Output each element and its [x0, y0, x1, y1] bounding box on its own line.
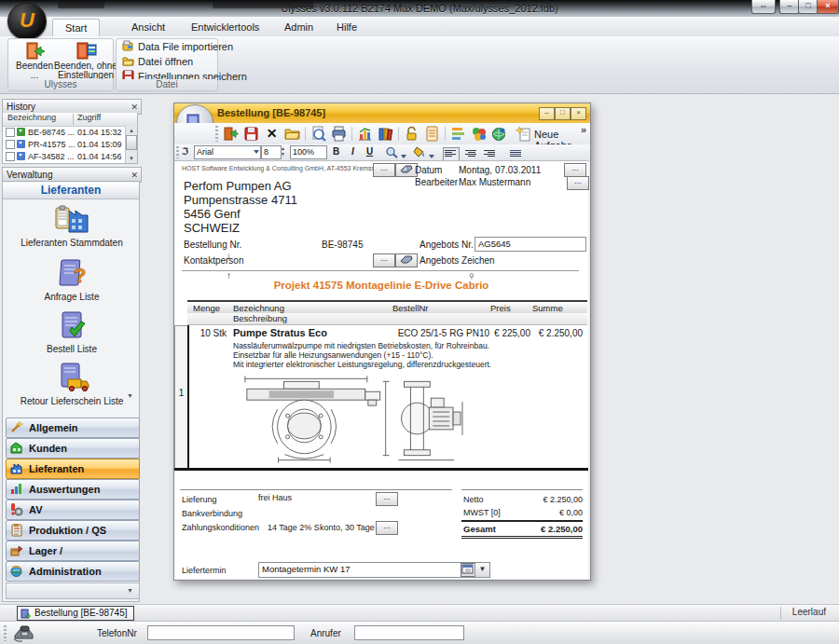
books-icon[interactable] — [378, 126, 393, 142]
item-menge[interactable]: 10 Stk — [191, 328, 227, 338]
bestellung-nr-value[interactable]: BE-98745 — [322, 240, 363, 250]
chart-icon[interactable] — [357, 126, 373, 142]
datum-value[interactable]: Montag, 07.03.2011 — [459, 165, 541, 175]
angebots-nr-input[interactable]: AG5645 — [475, 237, 586, 252]
address-line[interactable]: Perfom Pumpen AG — [184, 179, 292, 193]
shortcut-anfrage-liste[interactable]: ? Anfrage Liste — [3, 256, 139, 305]
nav-lieferanten[interactable]: Lieferanten — [6, 459, 140, 479]
italic-button[interactable]: I — [346, 145, 360, 158]
align-right-icon[interactable] — [482, 147, 499, 161]
bearbeiter-value[interactable]: Max Mustermann — [459, 177, 530, 187]
address-line[interactable]: 5456 Genf — [184, 207, 241, 221]
tab-entwicklertools[interactable]: Entwicklertools — [179, 19, 271, 35]
nav-kunden[interactable]: Kunden — [6, 438, 140, 459]
history-row[interactable]: BE-98745 ... 01.04 15:32 — [3, 126, 137, 138]
item-preis[interactable]: € 225,00 — [488, 328, 530, 338]
beenden-ohne-einstellungen-button[interactable]: Beenden, ohne Einstellungen — [55, 41, 117, 78]
telefonnr-input[interactable] — [147, 625, 295, 640]
item-name[interactable]: Pumpe Stratus Eco — [233, 327, 327, 338]
bold-button[interactable]: B — [329, 145, 343, 158]
save-icon[interactable] — [243, 126, 259, 142]
history-scrollbar[interactable]: ▲ ▼ — [125, 126, 137, 163]
row-number-gutter[interactable]: 1 — [174, 325, 188, 470]
print-preview-icon[interactable] — [310, 126, 326, 142]
app-logo-icon[interactable]: U — [7, 3, 47, 40]
toolbar-overflow-icon[interactable]: » — [581, 124, 586, 135]
history-col-zugriff[interactable]: Zugriff — [77, 113, 101, 122]
lieferung-edit-button[interactable]: ... — [376, 492, 398, 506]
zoom-input[interactable]: 100% — [290, 145, 327, 159]
print-icon[interactable] — [331, 126, 347, 142]
shortcut-retour-lieferschein-liste[interactable]: Retour Lieferschein Liste — [3, 361, 139, 409]
tab-admin[interactable]: Admin — [272, 19, 325, 35]
liefertermin-dropdown-icon[interactable]: ▼ — [475, 562, 490, 578]
item-bestellnr[interactable]: ECO 25/1-5 RG PN10 — [389, 328, 489, 338]
format-grip[interactable] — [176, 146, 179, 158]
fill-color-icon[interactable] — [413, 146, 426, 158]
project-title[interactable]: Projekt 41575 Montagelinie E-Drive Cabri… — [174, 280, 588, 291]
sort-bars-icon[interactable] — [450, 126, 466, 142]
datei-oeffnen-button[interactable]: Datei öffnen — [122, 55, 193, 69]
new-task-icon[interactable] — [516, 126, 531, 142]
anrufer-input[interactable] — [354, 625, 464, 640]
doc-maximize-icon[interactable]: □ — [555, 107, 571, 120]
history-row[interactable]: PR-41575 ... 01.04 15:09 — [3, 138, 137, 150]
liefertermin-input[interactable]: Montagetermin KW 17 — [258, 562, 478, 578]
tab-ansicht[interactable]: Ansicht — [119, 19, 177, 35]
taskbar-bestellung-button[interactable]: Bestellung [BE-98745] — [17, 606, 134, 621]
nav-produktion-qs[interactable]: Produktion / QS — [6, 520, 140, 541]
scroll-up-icon[interactable]: ▲ — [126, 126, 137, 135]
align-center-icon[interactable] — [463, 147, 480, 161]
bearbeiter-edit-button[interactable]: ... — [567, 176, 589, 190]
underline-button[interactable]: U — [363, 145, 377, 158]
items-table-subheader[interactable]: Beschreibung — [187, 313, 587, 325]
globe-icon[interactable] — [491, 126, 507, 142]
nav-allgemein[interactable]: Allgemein — [6, 418, 140, 438]
window-restore-icon[interactable]: ⇔ — [751, 0, 776, 14]
bullet-list-icon[interactable] — [508, 147, 525, 161]
font-size-stepper[interactable]: ▲▼ — [279, 145, 287, 158]
address-line[interactable]: Pumpenstrasse 4711 — [184, 193, 297, 207]
shortcut-bestell-liste[interactable]: Bestell Liste — [3, 308, 139, 357]
item-summe[interactable]: € 2.250,00 — [532, 328, 583, 338]
window-maximize-icon[interactable]: □ — [798, 0, 818, 14]
report-icon[interactable] — [424, 126, 440, 142]
open-folder-icon[interactable] — [284, 126, 300, 142]
history-row-checkbox[interactable] — [6, 128, 15, 137]
zoom-tool-icon[interactable] — [385, 146, 398, 158]
history-row-checkbox[interactable] — [6, 140, 15, 149]
sender-edit-button[interactable]: ... — [373, 163, 395, 177]
window-close-icon[interactable]: × — [817, 0, 839, 14]
nav-lager-artikelverwaltung[interactable]: Lager / Artikelverwaltung — [6, 541, 140, 561]
shortcut-lieferanten-stammdaten[interactable]: Lieferanten Stammdaten — [3, 204, 139, 251]
zahlung-edit-button[interactable]: ... — [376, 521, 398, 535]
history-column-headers[interactable]: Bezeichnung Zugriff — [3, 113, 137, 127]
datum-edit-button[interactable]: ... — [564, 163, 586, 177]
address-line[interactable]: SCHWEIZ — [184, 221, 240, 235]
history-col-bezeichnung[interactable]: Bezeichnung — [7, 113, 56, 122]
unlock-icon[interactable] — [404, 126, 420, 142]
tab-start[interactable]: Start — [52, 19, 100, 37]
datafile-import-button[interactable]: Data File importieren — [122, 40, 233, 54]
history-row[interactable]: AF-34582 ... 01.04 14:56 — [3, 150, 137, 162]
delete-icon[interactable]: ✕ — [264, 126, 280, 142]
nav-overflow-bar[interactable]: ▼ — [6, 582, 140, 599]
kontaktperson-clear-button[interactable] — [395, 253, 418, 267]
shortcut-overflow-icon[interactable]: ▼ — [127, 392, 133, 399]
exit-icon[interactable] — [223, 126, 239, 142]
phonebar-grip[interactable] — [4, 625, 7, 641]
nav-administration[interactable]: Administration — [6, 561, 140, 582]
window-minimize-icon[interactable]: – — [779, 0, 800, 14]
font-select[interactable]: Arial — [194, 145, 261, 159]
scroll-down-icon[interactable]: ▼ — [126, 154, 137, 163]
kontaktperson-edit-button[interactable]: ... — [373, 253, 395, 267]
align-left-icon[interactable] — [443, 147, 460, 161]
nav-av[interactable]: AV — [6, 500, 140, 520]
tab-hilfe[interactable]: Hilfe — [324, 19, 369, 35]
doc-minimize-icon[interactable]: – — [539, 107, 555, 120]
bestellung-titlebar[interactable]: Bestellung [BE-98745] – □ × — [174, 103, 590, 124]
palette-icon[interactable] — [471, 126, 487, 142]
toolbar-grip[interactable] — [215, 126, 218, 142]
lieferung-value[interactable]: frei Haus — [258, 493, 292, 502]
scrollbar-thumb[interactable] — [126, 135, 137, 150]
